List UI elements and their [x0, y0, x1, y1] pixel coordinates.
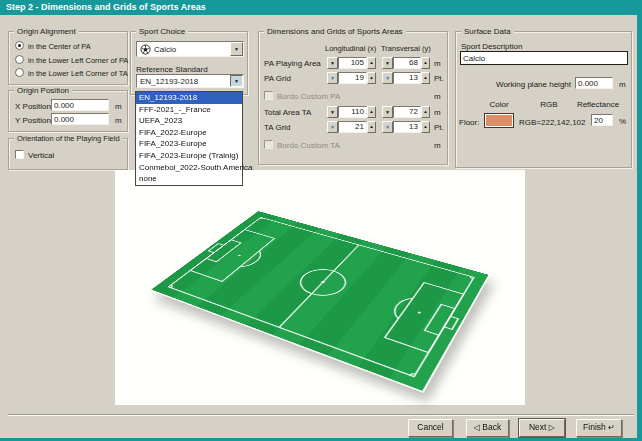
back-button[interactable]: ◁ Back: [466, 419, 509, 437]
dropdown-option-fff-2021[interactable]: FFF-2021_-_France: [136, 104, 242, 116]
total-area-ta-label: Total Area TA: [264, 108, 311, 117]
spin-down-icon[interactable]: ▼: [382, 57, 393, 69]
reflectance-input[interactable]: 20: [591, 114, 613, 126]
spin-up-icon[interactable]: ▲: [421, 57, 430, 69]
pa-playing-area-unit: m: [434, 59, 441, 68]
pa-playing-area-y-spinner[interactable]: ▼ 68 ▲: [382, 57, 430, 69]
reflectance-header: Reflectance: [574, 100, 622, 109]
bordo-custom-pa-checkbox[interactable]: [264, 91, 273, 100]
total-area-ta-unit: m: [434, 108, 441, 117]
finish-button[interactable]: Finish ↵: [576, 419, 622, 437]
pa-grid-y-spinner[interactable]: ▼ 13 ▲: [382, 72, 430, 84]
dropdown-option-fifa-2022[interactable]: FIFA_2022-Europe: [136, 127, 242, 139]
spin-up-icon[interactable]: ▲: [421, 121, 430, 133]
soccer-ball-icon: [140, 44, 151, 55]
rgb-header: RGB: [531, 100, 567, 109]
window-title: Step 2 - Dimensions and Grids of Sports …: [6, 2, 206, 12]
spin-down-icon[interactable]: ▼: [327, 106, 338, 118]
dropdown-option-none[interactable]: none: [136, 173, 242, 185]
pa-playing-area-label: PA Playing Area: [264, 59, 321, 68]
dropdown-option-uefa-2023[interactable]: UEFA_2023: [136, 115, 242, 127]
total-area-ta-y-value[interactable]: 72: [393, 106, 421, 118]
surface-data-group: Surface Data Sport Description Calcio Wo…: [455, 31, 632, 168]
sport-description-label: Sport Description: [461, 42, 522, 51]
bordo-custom-ta-unit: m: [434, 141, 441, 150]
spin-up-icon[interactable]: ▲: [367, 106, 376, 118]
reference-standard-value: EN_12193-2018: [137, 77, 230, 86]
spin-up-icon[interactable]: ▲: [367, 57, 376, 69]
vertical-checkbox-label: Vertical: [28, 151, 54, 160]
origin-position-group: Origin Position X Position 0.000 m Y Pos…: [8, 90, 128, 132]
ta-grid-y-value[interactable]: 13: [393, 121, 421, 133]
sport-combobox-value: Calcio: [151, 45, 230, 54]
title-bar: Step 2 - Dimensions and Grids of Sports …: [0, 0, 642, 15]
sport-choice-group: Sport Choice Calcio ▼ Reference Standard…: [130, 31, 248, 95]
dimensions-group: Dimensions and Grids of Sports Areas Lon…: [258, 31, 448, 165]
x-position-input[interactable]: 0.000: [51, 99, 109, 111]
pa-playing-area-y-value[interactable]: 68: [393, 57, 421, 69]
spin-up-icon[interactable]: ▲: [421, 72, 430, 84]
floor-color-swatch[interactable]: [484, 113, 514, 128]
spin-down-icon[interactable]: ▼: [327, 72, 338, 84]
pa-grid-label: PA Grid: [264, 74, 291, 83]
bordo-custom-ta-label: Bordo Custom TA: [277, 141, 340, 150]
bordo-custom-ta-checkbox[interactable]: [264, 140, 273, 149]
spin-down-icon[interactable]: ▼: [327, 57, 338, 69]
radio-lower-left-ta-label: in the Lower Left Corner of TA: [28, 69, 128, 78]
dropdown-option-en-12193[interactable]: EN_12193-2018: [136, 92, 242, 104]
radio-lower-left-pa-label: in the Lower Left Corner of PA: [28, 56, 128, 65]
pa-grid-x-spinner[interactable]: ▼ 19 ▲: [327, 72, 376, 84]
floor-label: Floor:: [459, 118, 479, 127]
orientation-group: Orientation of the Playing Field Vertica…: [8, 138, 128, 170]
spin-down-icon[interactable]: ▼: [382, 72, 393, 84]
x-position-unit: m: [115, 102, 122, 111]
vertical-checkbox[interactable]: [15, 150, 24, 159]
total-area-ta-x-value[interactable]: 110: [338, 106, 367, 118]
reference-standard-dropdown-list: EN_12193-2018 FFF-2021_-_France UEFA_202…: [135, 91, 243, 186]
radio-center-of-pa-label: in the Center of PA: [28, 42, 91, 51]
reference-standard-arrow-icon[interactable]: ▼: [230, 75, 243, 87]
sport-description-input[interactable]: Calcio: [460, 51, 628, 65]
transversal-header: Transversal (y): [381, 44, 431, 53]
footer-divider: [8, 414, 634, 416]
radio-lower-left-pa[interactable]: [15, 55, 24, 64]
pa-playing-area-x-spinner[interactable]: ▼ 105 ▲: [327, 57, 376, 69]
spin-up-icon[interactable]: ▲: [367, 121, 376, 133]
pa-grid-y-value[interactable]: 13: [393, 72, 421, 84]
next-button[interactable]: Next ▷: [519, 419, 565, 437]
finish-return-icon: ↵: [608, 423, 615, 432]
ta-grid-x-value[interactable]: 21: [338, 121, 367, 133]
dropdown-option-fifa-2023[interactable]: FIFA_2023-Europe: [136, 138, 242, 150]
y-position-input[interactable]: 0.000: [51, 113, 109, 125]
radio-center-of-pa[interactable]: [15, 41, 24, 50]
reference-standard-label: Reference Standard: [136, 65, 208, 74]
sport-combobox-arrow-icon[interactable]: ▼: [230, 42, 243, 56]
wizard-dialog: Step 2 - Dimensions and Grids of Sports …: [0, 0, 642, 441]
total-area-ta-x-spinner[interactable]: ▼ 110 ▲: [327, 106, 376, 118]
window-border-right: [637, 0, 642, 441]
bordo-custom-pa-label: Bordo Custom PA: [277, 92, 340, 101]
radio-lower-left-ta[interactable]: [15, 68, 24, 77]
dropdown-option-conmebol-2022[interactable]: Conmebol_2022-South America: [136, 162, 242, 174]
spin-down-icon[interactable]: ▼: [327, 121, 338, 133]
total-area-ta-y-spinner[interactable]: ▼ 72 ▲: [382, 106, 430, 118]
x-position-label: X Position: [15, 102, 51, 111]
working-plane-height-unit: m: [619, 80, 626, 89]
dimensions-title: Dimensions and Grids of Sports Areas: [264, 27, 406, 36]
ta-grid-label: TA Grid: [264, 123, 291, 132]
reference-standard-combobox[interactable]: EN_12193-2018 ▼: [136, 74, 244, 88]
pa-grid-x-value[interactable]: 19: [338, 72, 367, 84]
spin-up-icon[interactable]: ▲: [367, 72, 376, 84]
spin-down-icon[interactable]: ▼: [382, 121, 393, 133]
cancel-button[interactable]: Cancel: [408, 419, 453, 437]
surface-data-title: Surface Data: [461, 27, 514, 36]
pa-playing-area-x-value[interactable]: 105: [338, 57, 367, 69]
dropdown-option-fifa-2023-training[interactable]: FIFA_2023-Europe (Trainig): [136, 150, 242, 162]
spin-down-icon[interactable]: ▼: [382, 106, 393, 118]
reflectance-unit: %: [619, 117, 626, 126]
sport-combobox[interactable]: Calcio ▼: [136, 41, 244, 57]
spin-up-icon[interactable]: ▲: [421, 106, 430, 118]
ta-grid-y-spinner[interactable]: ▼ 13 ▲: [382, 121, 430, 133]
working-plane-height-input[interactable]: 0.000: [575, 77, 613, 89]
ta-grid-x-spinner[interactable]: ▼ 21 ▲: [327, 121, 376, 133]
